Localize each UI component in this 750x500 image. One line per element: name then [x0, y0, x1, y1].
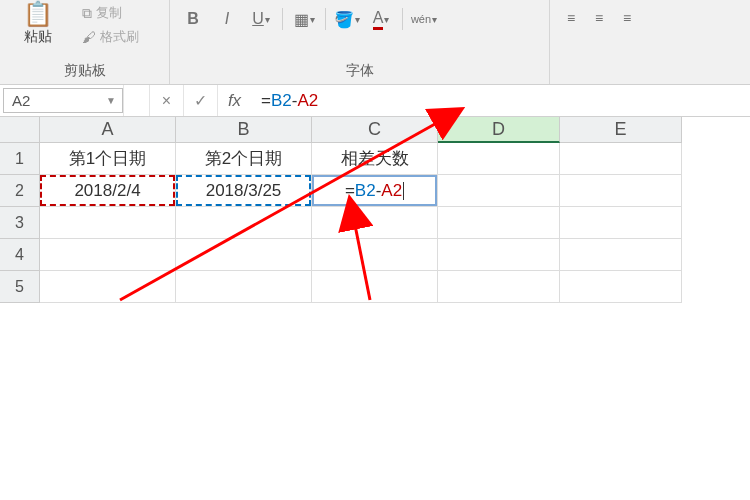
edit-equals: = — [345, 181, 355, 200]
cell-b2[interactable]: 2018/3/25 — [176, 175, 312, 207]
bold-button[interactable]: B — [178, 6, 208, 32]
cancel-icon: × — [162, 92, 171, 110]
cell-c3[interactable] — [312, 207, 438, 239]
cancel-button[interactable]: × — [149, 85, 183, 116]
formula-ref-b2: B2 — [271, 91, 292, 111]
cell-c5[interactable] — [312, 271, 438, 303]
name-box[interactable]: A2 ▼ — [3, 88, 123, 113]
italic-button[interactable]: I — [212, 6, 242, 32]
alignment-group-label — [558, 78, 742, 84]
cell-d5[interactable] — [438, 271, 560, 303]
ribbon: 📋 粘贴 ⧉ 复制 🖌 格式刷 剪贴板 B I U▾ — [0, 0, 750, 85]
cell-a2-value: 2018/2/4 — [74, 181, 140, 201]
cell-c4[interactable] — [312, 239, 438, 271]
row-header-3[interactable]: 3 — [0, 207, 40, 239]
column-header-b[interactable]: B — [176, 117, 312, 143]
clipboard-group-label: 剪贴板 — [8, 60, 161, 84]
formula-ref-a2: A2 — [297, 91, 318, 111]
cell-a3[interactable] — [40, 207, 176, 239]
name-box-value: A2 — [12, 92, 30, 109]
separator — [402, 8, 403, 30]
separator — [325, 8, 326, 30]
cell-b5[interactable] — [176, 271, 312, 303]
ribbon-group-font: B I U▾ ▦▾ 🪣▾ A▾ wén▾ 字体 — [170, 0, 550, 84]
row-headers: 1 2 3 4 5 — [0, 143, 40, 303]
text-caret — [403, 182, 404, 200]
copy-label: 复制 — [96, 4, 122, 22]
select-all-corner[interactable] — [0, 117, 40, 143]
paste-label: 粘贴 — [24, 28, 52, 46]
cell-a4[interactable] — [40, 239, 176, 271]
row-header-5[interactable]: 5 — [0, 271, 40, 303]
row-header-4[interactable]: 4 — [0, 239, 40, 271]
cell-a1[interactable]: 第1个日期 — [40, 143, 176, 175]
row-header-1[interactable]: 1 — [0, 143, 40, 175]
column-header-a[interactable]: A — [40, 117, 176, 143]
enter-button[interactable]: ✓ — [183, 85, 217, 116]
cell-e5[interactable] — [560, 271, 682, 303]
cell-e2[interactable] — [560, 175, 682, 207]
copy-button[interactable]: ⧉ 复制 — [78, 2, 143, 24]
align-middle-button[interactable]: ≡ — [586, 6, 612, 30]
cell-b2-value: 2018/3/25 — [206, 181, 282, 201]
cells-area: 第1个日期 第2个日期 相差天数 2018/2/4 2018/3/25 =B2-… — [40, 143, 682, 303]
paintbrush-icon: 🖌 — [82, 29, 96, 45]
cell-b3[interactable] — [176, 207, 312, 239]
cell-d4[interactable] — [438, 239, 560, 271]
cell-d3[interactable] — [438, 207, 560, 239]
format-painter-button[interactable]: 🖌 格式刷 — [78, 26, 143, 48]
phonetic-button[interactable]: wén▾ — [409, 6, 439, 32]
cell-c2-editing-content: =B2-A2 — [345, 181, 404, 201]
check-icon: ✓ — [194, 91, 207, 110]
ribbon-group-clipboard: 📋 粘贴 ⧉ 复制 🖌 格式刷 剪贴板 — [0, 0, 170, 84]
paste-button[interactable]: 📋 粘贴 — [8, 2, 68, 46]
cell-c2[interactable]: =B2-A2 — [312, 175, 438, 207]
edit-ref-b2: B2 — [355, 181, 376, 200]
column-header-d[interactable]: D — [438, 117, 560, 143]
font-color-button[interactable]: A▾ — [366, 6, 396, 32]
formula-bar-spacer — [123, 85, 149, 116]
formula-bar: A2 ▼ × ✓ fx =B2-A2 — [0, 85, 750, 117]
cell-b1[interactable]: 第2个日期 — [176, 143, 312, 175]
font-group-label: 字体 — [178, 60, 541, 84]
cell-e1[interactable] — [560, 143, 682, 175]
cell-b4[interactable] — [176, 239, 312, 271]
border-button[interactable]: ▦▾ — [289, 6, 319, 32]
chevron-down-icon: ▼ — [106, 95, 116, 106]
cell-d2[interactable] — [438, 175, 560, 207]
format-painter-label: 格式刷 — [100, 28, 139, 46]
column-header-e[interactable]: E — [560, 117, 682, 143]
copy-icon: ⧉ — [82, 5, 92, 22]
row-header-2[interactable]: 2 — [0, 175, 40, 207]
fill-color-button[interactable]: 🪣▾ — [332, 6, 362, 32]
underline-button[interactable]: U▾ — [246, 6, 276, 32]
align-top-button[interactable]: ≡ — [558, 6, 584, 30]
clipboard-icon: 📋 — [23, 2, 53, 26]
fx-icon: fx — [228, 91, 241, 111]
align-bottom-button[interactable]: ≡ — [614, 6, 640, 30]
cell-a2[interactable]: 2018/2/4 — [40, 175, 176, 207]
cell-d1[interactable] — [438, 143, 560, 175]
cell-c1[interactable]: 相差天数 — [312, 143, 438, 175]
cell-e4[interactable] — [560, 239, 682, 271]
cell-a5[interactable] — [40, 271, 176, 303]
ribbon-group-alignment: ≡ ≡ ≡ — [550, 0, 750, 84]
column-header-c[interactable]: C — [312, 117, 438, 143]
cell-e3[interactable] — [560, 207, 682, 239]
formula-equals: = — [261, 91, 271, 111]
edit-ref-a2: A2 — [381, 181, 402, 200]
formula-input[interactable]: =B2-A2 — [251, 85, 750, 116]
column-headers: A B C D E — [40, 117, 682, 143]
insert-function-button[interactable]: fx — [217, 85, 251, 116]
separator — [282, 8, 283, 30]
